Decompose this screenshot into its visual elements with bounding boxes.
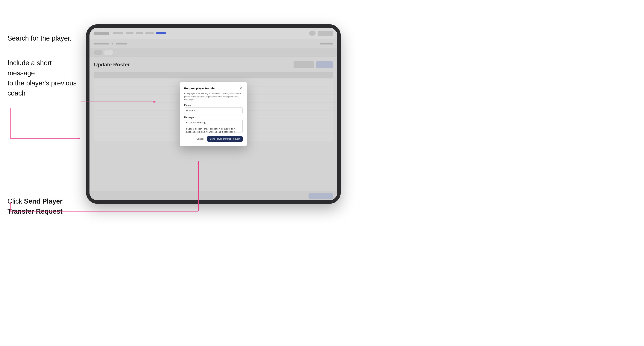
modal-overlay: Request player transfer ✕ If the player … [90,28,337,200]
send-transfer-request-button[interactable]: Send Player Transfer Request [207,136,242,142]
message-textarea[interactable]: Hi Coach McHarg, Please accept this tran… [184,120,242,133]
player-label: Player [184,104,242,107]
annotation-step1: Search for the player. [8,34,72,43]
message-label: Message [184,116,242,119]
modal-header: Request player transfer ✕ [184,86,242,90]
cancel-button[interactable]: Cancel [195,137,205,141]
modal-close-button[interactable]: ✕ [239,86,242,90]
tablet-frame: Update Roster Req [86,24,341,204]
modal-description: If the player is transferring from anoth… [184,92,242,101]
modal-title: Request player transfer [184,87,216,90]
player-input[interactable] [184,108,242,114]
annotation-step2: Include a short message to the player's … [8,58,79,98]
annotation-step3: Click Send Player Transfer Request [8,196,79,216]
tablet-screen: Update Roster Req [90,28,337,200]
modal-footer: Cancel Send Player Transfer Request [184,136,242,142]
request-transfer-modal: Request player transfer ✕ If the player … [180,82,247,146]
